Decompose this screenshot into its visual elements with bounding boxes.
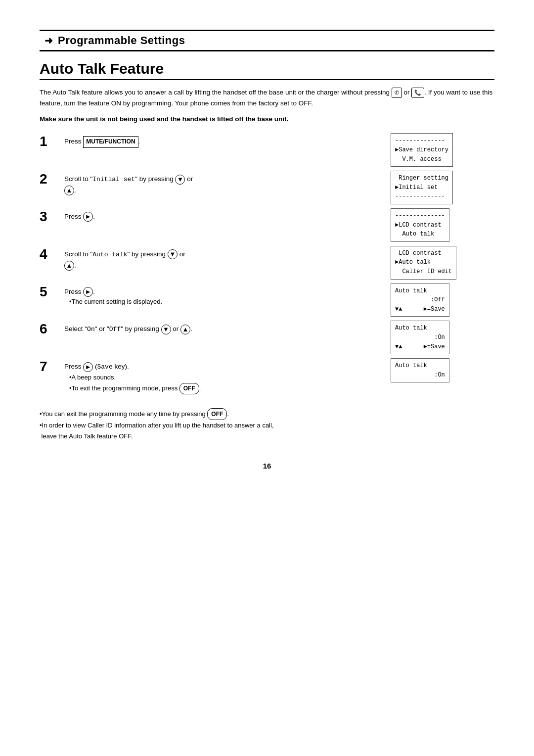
screen-3: -------------- ►LCD contrast Auto talk <box>391 208 449 242</box>
step-7-content: Press ► (Save key). •A beep sounds. •To … <box>64 358 386 394</box>
step-number-1: 1 <box>40 133 64 149</box>
step-2: 2 Scroll to "Initial set" by pressing ▼ … <box>40 171 494 204</box>
step-4: 4 Scroll to "Auto talk" by pressing ▼ or… <box>40 246 494 280</box>
intro-bold: Make sure the unit is not being used and… <box>40 114 494 125</box>
step-number-3: 3 <box>40 208 64 225</box>
step-6: 6 Select "On" or "Off" by pressing ▼ or … <box>40 321 494 354</box>
page-number: 16 <box>40 462 494 470</box>
screen-2: Ringer setting ►Initial set ------------… <box>391 171 453 204</box>
arrow-icon: ➜ <box>44 35 53 47</box>
step-1: 1 Press MUTE/FUNCTION. -------------- ►S… <box>40 133 494 167</box>
step-number-2: 2 <box>40 171 64 187</box>
right-arrow-key-7[interactable]: ► <box>83 362 93 372</box>
step-1-content: Press MUTE/FUNCTION. <box>64 133 386 147</box>
down-arrow-icon[interactable]: ▼ <box>175 175 185 185</box>
up-arrow-icon[interactable]: ▲ <box>64 186 74 195</box>
step-3-content: Press ►. <box>64 208 386 222</box>
mute-function-key[interactable]: MUTE/FUNCTION <box>83 136 138 147</box>
up-arrow-icon-4[interactable]: ▲ <box>64 261 74 271</box>
down-arrow-icon-6[interactable]: ▼ <box>161 325 171 334</box>
step-7: 7 Press ► (Save key). •A beep sounds. •T… <box>40 358 494 394</box>
up-arrow-icon-6[interactable]: ▲ <box>180 325 190 334</box>
footer-notes: •You can exit the programming mode any t… <box>40 408 494 442</box>
screen-7: Auto talk :On <box>391 358 449 382</box>
step-2-content: Scroll to "Initial set" by pressing ▼ or… <box>64 171 386 195</box>
right-arrow-key-5[interactable]: ► <box>83 287 93 297</box>
screen-1: -------------- ►Save directory V.M. acce… <box>391 133 453 167</box>
off-key-7[interactable]: OFF <box>179 383 199 394</box>
off-key-footer1[interactable]: OFF <box>207 408 227 420</box>
step-7-sub2: •To exit the programming mode, press OFF… <box>64 383 386 394</box>
screen-5: Auto talk :Off ▼▲ ►=Save <box>391 284 449 317</box>
step-number-7: 7 <box>40 358 64 375</box>
step-7-sub1: •A beep sounds. <box>64 373 386 383</box>
step-5: 5 Press ►. •The current setting is displ… <box>40 284 494 317</box>
screen-6: Auto talk :On ▼▲ ►=Save <box>391 321 449 354</box>
step-number-6: 6 <box>40 321 64 337</box>
screen-4: LCD contrast ►Auto talk Caller ID edit <box>391 246 456 280</box>
step-number-4: 4 <box>40 246 64 262</box>
footer-note-1: •You can exit the programming mode any t… <box>40 408 494 420</box>
section-title: Programmable Settings <box>58 34 185 47</box>
right-arrow-key-3[interactable]: ► <box>83 212 93 222</box>
headset-icon: 📞 <box>411 88 424 98</box>
step-number-5: 5 <box>40 284 64 300</box>
footer-note-2: •In order to view Caller ID information … <box>40 420 494 442</box>
step-4-content: Scroll to "Auto talk" by pressing ▼ or ▲… <box>64 246 386 271</box>
step-6-content: Select "On" or "Off" by pressing ▼ or ▲. <box>64 321 386 335</box>
section-header: ➜ Programmable Settings <box>40 30 494 51</box>
phone-icon: ✆ <box>392 88 402 98</box>
page-title: Auto Talk Feature <box>40 60 494 80</box>
down-arrow-icon-4[interactable]: ▼ <box>168 249 178 259</box>
step-5-content: Press ►. •The current setting is display… <box>64 284 386 307</box>
steps-area: 1 Press MUTE/FUNCTION. -------------- ►S… <box>40 133 494 398</box>
step-3: 3 Press ►. -------------- ►LCD contrast … <box>40 208 494 242</box>
intro-paragraph: The Auto Talk feature allows you to answ… <box>40 87 494 109</box>
step-5-sub: •The current setting is displayed. <box>64 297 386 307</box>
